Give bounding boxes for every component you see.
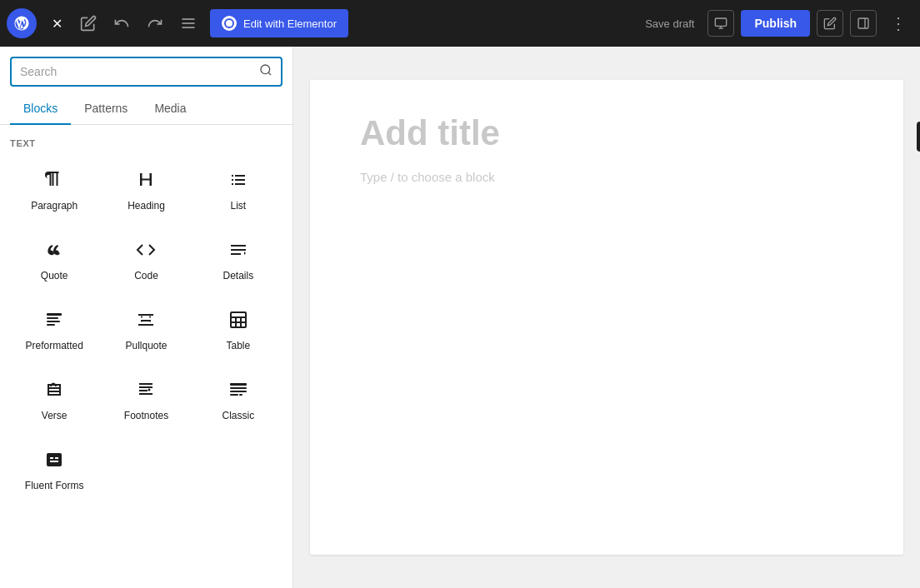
search-area [0, 47, 292, 87]
block-footnotes[interactable]: Footnotes [102, 365, 190, 431]
fluent-forms-label: Fluent Forms [25, 480, 84, 491]
elementor-icon [222, 16, 237, 31]
footnotes-icon [131, 375, 161, 405]
code-label: Code [134, 270, 158, 282]
svg-point-8 [261, 65, 270, 74]
svg-line-9 [268, 72, 271, 75]
tools-button[interactable] [173, 8, 203, 38]
edit-with-elementor-button[interactable]: Edit with Elementor [210, 9, 348, 37]
paragraph-icon [39, 165, 69, 195]
undo-button[interactable] [107, 8, 137, 38]
heading-label: Heading [128, 200, 165, 212]
blocks-area: TEXT Paragraph Heading [0, 125, 292, 588]
save-draft-button[interactable]: Save draft [638, 12, 701, 35]
tab-blocks[interactable]: Blocks [10, 93, 71, 125]
block-table[interactable]: Table [194, 295, 282, 361]
svg-rect-13 [47, 324, 55, 326]
block-code[interactable]: Code [102, 225, 190, 292]
heading-icon [131, 165, 161, 195]
svg-rect-11 [47, 317, 58, 319]
tab-patterns[interactable]: Patterns [71, 93, 141, 125]
more-options-button[interactable]: ⋮ [883, 10, 913, 37]
sidebar: Blocks Patterns Media TEXT Paragraph [0, 47, 293, 588]
post-editor-button[interactable] [817, 10, 843, 37]
list-label: List [230, 200, 246, 212]
search-icon [259, 63, 272, 80]
svg-rect-12 [47, 321, 60, 322]
svg-rect-6 [858, 18, 868, 28]
tabs: Blocks Patterns Media [0, 93, 292, 125]
search-input[interactable] [20, 65, 252, 78]
redo-button[interactable] [140, 8, 170, 38]
block-quote[interactable]: Quote [10, 225, 98, 292]
preformatted-icon [39, 305, 69, 335]
blocks-grid: Paragraph Heading List [10, 155, 282, 501]
block-heading[interactable]: Heading [102, 155, 190, 222]
classic-label: Classic [222, 410, 254, 421]
editor-content: Add title Type / to choose a block + [310, 80, 903, 555]
quote-label: Quote [41, 270, 68, 282]
svg-rect-21 [230, 387, 247, 389]
fluent-forms-icon [39, 445, 69, 475]
block-preformatted[interactable]: Preformatted [10, 295, 98, 361]
details-icon [223, 235, 253, 265]
svg-rect-14 [231, 312, 246, 327]
pullquote-label: Pullquote [125, 340, 167, 351]
tab-media[interactable]: Media [141, 93, 199, 125]
block-fluent-forms[interactable]: Fluent Forms [10, 435, 98, 501]
add-block-button[interactable]: + [917, 122, 920, 152]
pullquote-icon [131, 305, 161, 335]
title-placeholder[interactable]: Add title [360, 113, 853, 153]
toolbar-right: Save draft Publish ⋮ [638, 10, 913, 37]
svg-point-19 [148, 389, 151, 391]
publish-button[interactable]: Publish [741, 10, 810, 37]
block-details[interactable]: Details [194, 225, 282, 292]
svg-rect-3 [716, 18, 727, 26]
footnotes-label: Footnotes [124, 410, 168, 421]
main-toolbar: ✕ Edit with Elementor Save draft [0, 0, 920, 47]
details-label: Details [222, 270, 253, 282]
svg-rect-23 [230, 394, 238, 396]
svg-rect-25 [47, 453, 62, 466]
verse-label: Verse [42, 410, 68, 421]
block-pullquote[interactable]: Pullquote [102, 295, 190, 361]
table-icon [223, 305, 253, 335]
svg-rect-24 [239, 394, 242, 396]
verse-icon [39, 375, 69, 405]
block-list[interactable]: List [194, 155, 282, 222]
paragraph-label: Paragraph [31, 200, 78, 212]
svg-rect-22 [230, 391, 247, 392]
svg-rect-10 [47, 313, 62, 316]
text-section-label: TEXT [10, 135, 282, 155]
sidebar-toggle-button[interactable] [850, 10, 877, 37]
elementor-label: Edit with Elementor [243, 17, 337, 30]
block-verse[interactable]: Verse [10, 365, 98, 431]
block-paragraph[interactable]: Paragraph [10, 155, 98, 222]
pencil-button[interactable] [73, 8, 103, 38]
close-button[interactable]: ✕ [43, 10, 70, 37]
wp-logo[interactable] [7, 8, 37, 38]
preformatted-label: Preformatted [25, 340, 82, 351]
classic-icon [223, 375, 253, 405]
code-icon [131, 235, 161, 265]
editor-area: Add title Type / to choose a block + [293, 47, 920, 588]
block-placeholder[interactable]: Type / to choose a block [360, 170, 853, 184]
list-icon [223, 165, 253, 195]
preview-button[interactable] [708, 10, 734, 37]
svg-rect-20 [230, 383, 247, 386]
main-content: Blocks Patterns Media TEXT Paragraph [0, 47, 920, 588]
table-label: Table [226, 340, 250, 351]
block-classic[interactable]: Classic [194, 365, 282, 431]
quote-icon [39, 235, 69, 265]
search-box [10, 57, 282, 87]
